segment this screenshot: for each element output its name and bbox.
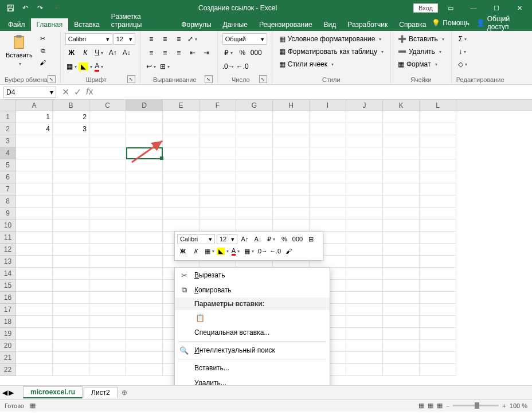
cell-K11[interactable] bbox=[383, 232, 420, 244]
row-12[interactable]: 12 bbox=[0, 244, 16, 256]
zoom-in[interactable]: + bbox=[502, 402, 506, 409]
align-middle[interactable]: ≡ bbox=[159, 33, 171, 45]
increase-indent[interactable]: ⇥ bbox=[200, 47, 213, 58]
merge-button[interactable]: ⊞ bbox=[159, 61, 171, 72]
cell-C4[interactable] bbox=[89, 147, 126, 159]
row-11[interactable]: 11 bbox=[0, 232, 16, 244]
cell-C16[interactable] bbox=[89, 292, 126, 304]
cell-D20[interactable] bbox=[126, 340, 163, 352]
cell-I8[interactable] bbox=[310, 195, 346, 208]
mini-italic[interactable]: К bbox=[190, 246, 202, 256]
cell-J12[interactable] bbox=[346, 244, 383, 256]
col-F[interactable]: F bbox=[200, 100, 236, 111]
font-launcher[interactable]: ⤡ bbox=[127, 75, 135, 83]
cell-K14[interactable] bbox=[383, 268, 420, 280]
row-5[interactable]: 5 bbox=[0, 159, 16, 171]
cell-J18[interactable] bbox=[346, 316, 383, 328]
cell-E4[interactable] bbox=[163, 147, 200, 159]
view-page-break[interactable]: ▦ bbox=[437, 402, 443, 409]
decrease-decimal[interactable]: ←.0 bbox=[236, 61, 249, 72]
format-cells-button[interactable]: ▦Формат bbox=[396, 58, 440, 70]
cell-F9[interactable] bbox=[200, 208, 236, 220]
tell-me[interactable]: 💡Помощь bbox=[432, 19, 469, 27]
cell-B18[interactable] bbox=[53, 316, 89, 328]
cell-D15[interactable] bbox=[126, 280, 163, 292]
cell-B11[interactable] bbox=[53, 232, 89, 244]
align-left[interactable]: ≡ bbox=[145, 47, 158, 58]
cell-I10[interactable] bbox=[310, 220, 346, 232]
cell-G10[interactable] bbox=[236, 220, 273, 232]
cell-B21[interactable] bbox=[53, 352, 89, 364]
cell-K5[interactable] bbox=[383, 159, 420, 171]
sheet-nav-next[interactable]: ▶ bbox=[9, 389, 14, 397]
cell-A15[interactable] bbox=[16, 280, 53, 292]
cell-B9[interactable] bbox=[53, 208, 89, 220]
cell-B6[interactable] bbox=[53, 171, 89, 183]
decrease-indent[interactable]: ⇤ bbox=[186, 47, 199, 58]
cell-C3[interactable] bbox=[89, 135, 126, 147]
cell-G4[interactable] bbox=[236, 147, 273, 159]
cell-L5[interactable] bbox=[420, 159, 456, 171]
col-D[interactable]: D bbox=[126, 100, 163, 111]
cell-D6[interactable] bbox=[126, 171, 163, 183]
cell-L6[interactable] bbox=[420, 171, 456, 183]
cell-G5[interactable] bbox=[236, 159, 273, 171]
cell-C5[interactable] bbox=[89, 159, 126, 171]
cell-D4[interactable] bbox=[126, 147, 163, 159]
cell-A11[interactable] bbox=[16, 232, 53, 244]
cell-A22[interactable] bbox=[16, 364, 53, 376]
cell-H1[interactable] bbox=[273, 111, 310, 123]
cell-J20[interactable] bbox=[346, 340, 383, 352]
cell-D19[interactable] bbox=[126, 328, 163, 340]
row-8[interactable]: 8 bbox=[0, 195, 16, 208]
cancel-fx-button[interactable]: ✕ bbox=[62, 87, 69, 97]
tab-review[interactable]: Рецензирование bbox=[253, 18, 318, 31]
borders-button[interactable]: ▦ bbox=[65, 61, 78, 72]
cell-D12[interactable] bbox=[126, 244, 163, 256]
increase-font-button[interactable]: A↑ bbox=[107, 47, 119, 58]
cell-J7[interactable] bbox=[346, 183, 383, 195]
cell-D17[interactable] bbox=[126, 304, 163, 316]
row-18[interactable]: 18 bbox=[0, 316, 16, 328]
cell-L9[interactable] bbox=[420, 208, 456, 220]
font-color-button[interactable]: A bbox=[93, 61, 105, 72]
increase-decimal[interactable]: .0→ bbox=[222, 61, 235, 72]
ctx-insert[interactable]: Вставить... bbox=[175, 361, 330, 375]
cell-L15[interactable] bbox=[420, 280, 456, 292]
signin-button[interactable]: Вход bbox=[413, 3, 438, 13]
cell-C6[interactable] bbox=[89, 171, 126, 183]
cell-D3[interactable] bbox=[126, 135, 163, 147]
ctx-paste-special[interactable]: Специальная вставка... bbox=[175, 325, 330, 340]
col-K[interactable]: K bbox=[383, 100, 420, 111]
cell-A18[interactable] bbox=[16, 316, 53, 328]
row-9[interactable]: 9 bbox=[0, 208, 16, 220]
cell-K18[interactable] bbox=[383, 316, 420, 328]
undo-button[interactable]: ↶ bbox=[18, 1, 32, 15]
cell-F5[interactable] bbox=[200, 159, 236, 171]
row-6[interactable]: 6 bbox=[0, 171, 16, 183]
cell-J11[interactable] bbox=[346, 232, 383, 244]
cell-C9[interactable] bbox=[89, 208, 126, 220]
cell-D1[interactable] bbox=[126, 111, 163, 123]
cell-B14[interactable] bbox=[53, 268, 89, 280]
cell-L22[interactable] bbox=[420, 364, 456, 376]
align-top[interactable]: ≡ bbox=[145, 33, 158, 45]
cell-F1[interactable] bbox=[200, 111, 236, 123]
cell-G1[interactable] bbox=[236, 111, 273, 123]
share-button[interactable]: 👤Общий доступ bbox=[476, 15, 527, 31]
row-21[interactable]: 21 bbox=[0, 352, 16, 364]
cell-A17[interactable] bbox=[16, 304, 53, 316]
row-13[interactable]: 13 bbox=[0, 256, 16, 268]
cell-H10[interactable] bbox=[273, 220, 310, 232]
cell-C2[interactable] bbox=[89, 123, 126, 135]
row-17[interactable]: 17 bbox=[0, 304, 16, 316]
cell-K13[interactable] bbox=[383, 256, 420, 268]
cell-L10[interactable] bbox=[420, 220, 456, 232]
cell-styles-button[interactable]: ▦Стили ячеек bbox=[277, 58, 336, 70]
row-7[interactable]: 7 bbox=[0, 183, 16, 195]
cell-J2[interactable] bbox=[346, 123, 383, 135]
cell-I4[interactable] bbox=[310, 147, 346, 159]
tab-formulas[interactable]: Формулы bbox=[175, 18, 217, 31]
cell-C15[interactable] bbox=[89, 280, 126, 292]
cell-A8[interactable] bbox=[16, 195, 53, 208]
